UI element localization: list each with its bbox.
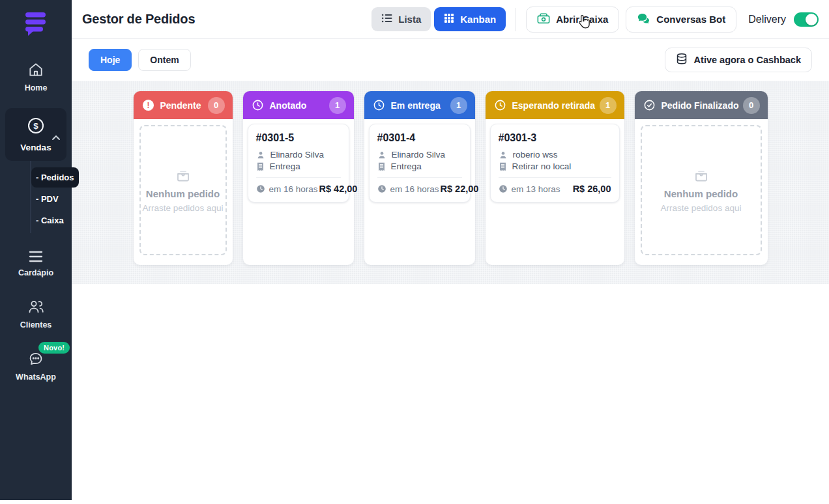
kanban-column-pendente: ! Pendente 0 Nenhum pedido Arraste pedid… bbox=[134, 91, 233, 284]
svg-text:!: ! bbox=[147, 101, 149, 110]
filters-toolbar: Hoje Ontem Ative agora o Cashback bbox=[72, 39, 829, 81]
order-type-row: Retirar no local bbox=[499, 161, 611, 171]
order-type-row: Entrega bbox=[377, 161, 462, 171]
sidebar-item-cardapio[interactable]: Cardápio bbox=[0, 250, 72, 277]
column-title: Pendente bbox=[160, 100, 201, 111]
toggle-knob bbox=[806, 14, 817, 25]
chevron-up-icon bbox=[51, 135, 61, 141]
view-toggle: Lista Kanban bbox=[371, 7, 506, 31]
tab-label: Lista bbox=[398, 14, 421, 25]
tab-lista[interactable]: Lista bbox=[371, 7, 431, 31]
inbox-icon bbox=[175, 168, 191, 182]
delivery-label: Delivery bbox=[748, 14, 786, 25]
order-time: em 16 horas bbox=[269, 184, 318, 194]
empty-dropzone[interactable]: Nenhum pedido Arraste pedidos aqui bbox=[139, 125, 227, 255]
sidebar-group-label: Vendas bbox=[20, 143, 51, 152]
column-count-badge: 0 bbox=[208, 97, 225, 114]
chats-icon bbox=[637, 12, 650, 27]
sidebar-item-pedidos[interactable]: - Pedidos bbox=[31, 167, 79, 188]
app-logo[interactable] bbox=[21, 8, 51, 40]
person-icon bbox=[256, 150, 265, 160]
menu-lines-icon bbox=[28, 250, 44, 263]
order-id: #0301-3 bbox=[499, 132, 611, 144]
sidebar-item-whatsapp[interactable]: Novo! WhatsApp bbox=[0, 350, 72, 382]
sidebar-item-label: Clientes bbox=[20, 320, 52, 329]
order-customer-row: roberio wss bbox=[499, 150, 611, 160]
filter-ontem-button[interactable]: Ontem bbox=[138, 49, 190, 71]
column-header: Pedido Finalizado 0 bbox=[635, 91, 768, 119]
column-title: Em entrega bbox=[391, 100, 441, 111]
grid-icon bbox=[444, 13, 454, 25]
sidebar-item-label: Home bbox=[25, 83, 48, 92]
order-total: R$ 26,00 bbox=[573, 184, 611, 194]
empty-title: Nenhum pedido bbox=[146, 188, 220, 199]
novo-badge: Novo! bbox=[38, 342, 70, 354]
empty-hint: Arraste pedidos aqui bbox=[661, 203, 742, 213]
column-body: #0301-3 roberio wss Retirar no local bbox=[486, 119, 624, 265]
column-count-badge: 1 bbox=[600, 97, 617, 114]
order-total: R$ 42,00 bbox=[319, 184, 358, 194]
column-header: Anotado 1 bbox=[243, 91, 354, 119]
customer-name: Elinardo Silva bbox=[270, 150, 325, 160]
sidebar-item-home[interactable]: Home bbox=[0, 61, 72, 92]
kanban-column-em-entrega: Em entrega 1 #0301-4 Elinardo Silva bbox=[364, 91, 475, 284]
receipt-icon bbox=[256, 162, 265, 171]
kanban-column-anotado: Anotado 1 #0301-5 Elinardo Silva bbox=[243, 91, 354, 284]
order-type-row: Entrega bbox=[256, 161, 341, 171]
page-title: Gestor de Pedidos bbox=[82, 12, 195, 27]
sidebar-item-pdv[interactable]: - PDV bbox=[31, 189, 79, 209]
sidebar-item-label: WhatsApp bbox=[16, 372, 56, 382]
customer-name: Elinardo Silva bbox=[392, 150, 446, 160]
home-icon bbox=[27, 61, 44, 78]
column-header: Esperando retirada 1 bbox=[486, 91, 624, 119]
order-card[interactable]: #0301-4 Elinardo Silva Entrega bbox=[369, 124, 471, 203]
order-type: Entrega bbox=[391, 161, 422, 171]
order-type: Retirar no local bbox=[512, 161, 572, 171]
empty-title: Nenhum pedido bbox=[664, 188, 738, 199]
coins-icon bbox=[676, 53, 688, 67]
order-customer-row: Elinardo Silva bbox=[256, 150, 341, 160]
kanban-column-pedido-finalizado: Pedido Finalizado 0 Nenhum pedido Arrast… bbox=[635, 91, 768, 284]
column-body: Nenhum pedido Arraste pedidos aqui bbox=[635, 119, 768, 265]
users-icon bbox=[27, 298, 45, 315]
button-label: Abrir Caixa bbox=[556, 14, 608, 25]
delivery-toggle[interactable] bbox=[794, 12, 819, 27]
top-header: Gestor de Pedidos Lista bbox=[72, 0, 829, 39]
clock-icon bbox=[252, 99, 264, 111]
tab-label: Kanban bbox=[460, 14, 496, 25]
empty-hint: Arraste pedidos aqui bbox=[143, 203, 224, 213]
sidebar-submenu-vendas: - Pedidos - PDV - Caixa bbox=[30, 161, 79, 233]
svg-text:$: $ bbox=[33, 121, 38, 131]
clock-icon bbox=[494, 99, 506, 111]
main-content: Gestor de Pedidos Lista bbox=[72, 0, 829, 284]
cash-icon bbox=[537, 12, 550, 26]
order-type: Entrega bbox=[270, 161, 300, 171]
order-card[interactable]: #0301-5 Elinardo Silva Entrega bbox=[248, 124, 349, 203]
abrir-caixa-button[interactable]: Abrir Caixa bbox=[526, 7, 619, 33]
tab-kanban[interactable]: Kanban bbox=[434, 7, 506, 31]
kanban-column-esperando-retirada: Esperando retirada 1 #0301-3 roberio wss bbox=[486, 91, 624, 284]
column-header: Em entrega 1 bbox=[364, 91, 475, 119]
column-title: Esperando retirada bbox=[512, 100, 596, 111]
sidebar-item-clientes[interactable]: Clientes bbox=[0, 298, 72, 329]
empty-dropzone[interactable]: Nenhum pedido Arraste pedidos aqui bbox=[641, 125, 762, 255]
order-total: R$ 22,00 bbox=[441, 184, 479, 194]
order-card[interactable]: #0301-3 roberio wss Retirar no local bbox=[490, 124, 620, 203]
header-divider bbox=[516, 8, 516, 31]
filter-hoje-button[interactable]: Hoje bbox=[89, 49, 132, 71]
receipt-icon bbox=[377, 162, 386, 171]
inbox-icon bbox=[693, 168, 709, 182]
order-time: em 13 horas bbox=[512, 184, 560, 194]
clock-icon bbox=[373, 99, 385, 111]
kanban-board: ! Pendente 0 Nenhum pedido Arraste pedid… bbox=[72, 81, 829, 284]
clock-small-icon bbox=[256, 184, 265, 193]
conversas-bot-button[interactable]: Conversas Bot bbox=[626, 7, 736, 33]
order-time: em 16 horas bbox=[390, 184, 439, 194]
card-divider bbox=[377, 177, 462, 178]
sidebar-item-caixa[interactable]: - Caixa bbox=[31, 210, 79, 231]
sidebar-group-vendas[interactable]: $ Vendas bbox=[5, 108, 66, 161]
column-header: ! Pendente 0 bbox=[134, 91, 233, 119]
column-title: Anotado bbox=[270, 100, 307, 111]
cashback-button[interactable]: Ative agora o Cashback bbox=[665, 48, 812, 72]
button-label: Conversas Bot bbox=[656, 14, 725, 25]
